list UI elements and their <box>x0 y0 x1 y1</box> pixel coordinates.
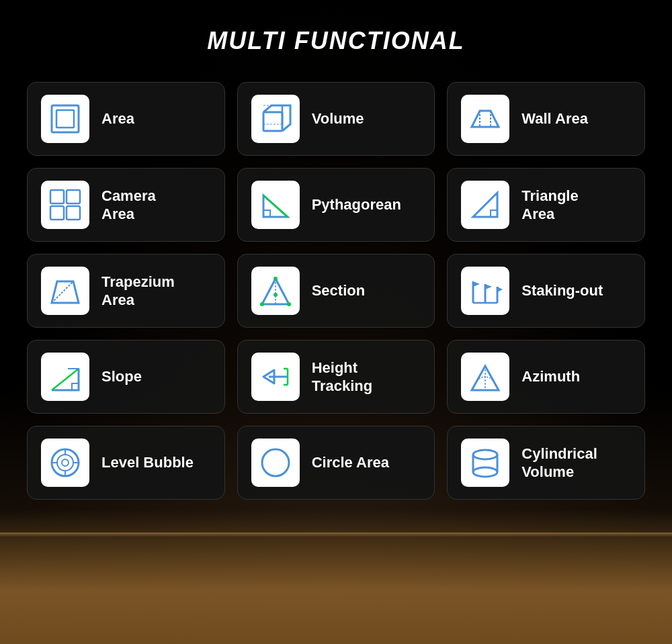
level-bubble-label: Level Bubble <box>101 453 194 472</box>
camera-area-icon <box>41 181 89 229</box>
card-level-bubble[interactable]: Level Bubble <box>27 426 225 500</box>
pythagorean-icon <box>251 181 300 229</box>
slope-icon <box>41 353 89 401</box>
area-label: Area <box>101 109 134 128</box>
svg-point-17 <box>287 302 291 306</box>
cylindrical-volume-label: CylindricalVolume <box>521 445 597 481</box>
card-volume[interactable]: Volume <box>237 82 435 156</box>
wall-area-icon <box>461 95 509 143</box>
svg-point-16 <box>260 302 264 306</box>
svg-point-36 <box>262 449 289 476</box>
pythagorean-label: Pythagorean <box>312 195 401 214</box>
height-tracking-label: HeightTracking <box>312 359 372 396</box>
svg-line-11 <box>263 195 288 217</box>
staking-out-label: Staking-out <box>521 281 603 300</box>
slope-label: Slope <box>101 367 142 386</box>
card-section[interactable]: Section <box>237 254 435 328</box>
svg-rect-1 <box>56 110 74 128</box>
trapezium-area-label: TrapeziumArea <box>101 273 175 310</box>
card-camera-area[interactable]: CameraArea <box>27 168 225 242</box>
svg-point-37 <box>473 450 497 459</box>
trapezium-area-icon <box>41 267 89 315</box>
height-tracking-icon <box>251 353 300 401</box>
card-trapezium-area[interactable]: TrapeziumArea <box>27 254 225 328</box>
staking-out-icon <box>461 267 509 315</box>
svg-rect-2 <box>263 112 282 131</box>
section-label: Section <box>312 281 365 300</box>
area-icon <box>41 95 89 143</box>
triangle-area-icon <box>461 181 509 229</box>
azimuth-icon <box>461 353 509 401</box>
wall-area-label: Wall Area <box>521 109 588 128</box>
triangle-area-label: TriangleArea <box>521 187 578 224</box>
level-bubble-icon <box>41 439 89 487</box>
page-title: MULTI FUNCTIONAL <box>27 27 645 55</box>
svg-point-30 <box>57 455 73 471</box>
camera-area-label: CameraArea <box>101 187 156 224</box>
volume-label: Volume <box>312 109 364 128</box>
card-height-tracking[interactable]: HeightTracking <box>237 340 435 414</box>
circle-area-label: Circle Area <box>312 453 389 472</box>
card-staking-out[interactable]: Staking-out <box>447 254 645 328</box>
card-triangle-area[interactable]: TriangleArea <box>447 168 645 242</box>
svg-rect-8 <box>50 206 64 220</box>
card-cylindrical-volume[interactable]: CylindricalVolume <box>447 426 645 500</box>
card-wall-area[interactable]: Wall Area <box>447 82 645 156</box>
svg-point-40 <box>473 467 497 477</box>
svg-rect-7 <box>67 190 80 203</box>
card-slope[interactable]: Slope <box>27 340 225 414</box>
volume-icon <box>251 95 300 143</box>
card-pythagorean[interactable]: Pythagorean <box>237 168 435 242</box>
card-azimuth[interactable]: Azimuth <box>447 340 645 414</box>
cylindrical-volume-icon <box>461 439 509 487</box>
card-circle-area[interactable]: Circle Area <box>237 426 435 500</box>
card-area[interactable]: Area <box>27 82 225 156</box>
azimuth-label: Azimuth <box>521 367 580 386</box>
circle-area-icon <box>251 439 300 487</box>
svg-rect-9 <box>67 206 80 220</box>
section-icon <box>251 267 300 315</box>
feature-grid: Area Volume <box>27 82 645 500</box>
svg-point-31 <box>62 459 69 466</box>
svg-rect-6 <box>50 190 64 203</box>
